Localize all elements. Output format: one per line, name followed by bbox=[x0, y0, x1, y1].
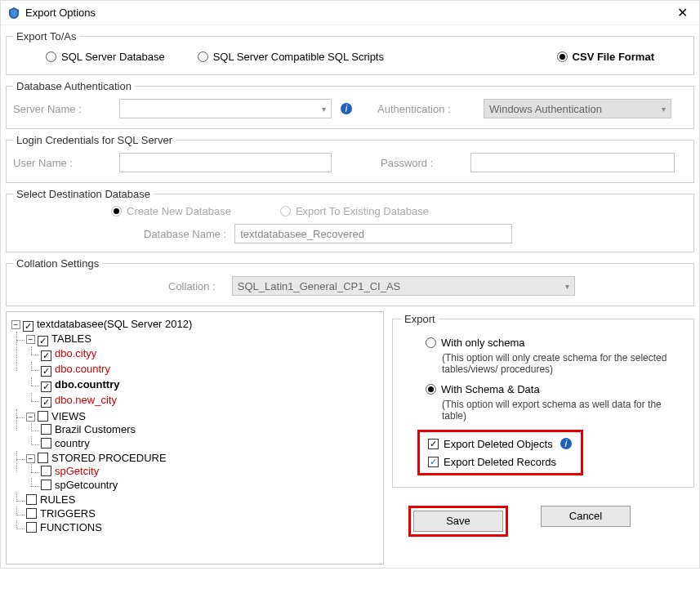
tree-checkbox[interactable] bbox=[41, 350, 51, 361]
save-button[interactable]: Save bbox=[413, 511, 503, 532]
radio-csv-format[interactable]: CSV File Format bbox=[557, 51, 654, 63]
check-export-deleted-records[interactable]: Export Deleted Records bbox=[428, 456, 556, 468]
tree-checkbox[interactable] bbox=[41, 438, 51, 448]
right-panel: Export With only schema (This option wil… bbox=[392, 311, 694, 565]
tree-table-item[interactable]: dbo.counttry bbox=[41, 377, 378, 393]
radio-schema-only[interactable]: With only schema bbox=[426, 337, 525, 349]
tree-checkbox[interactable] bbox=[41, 397, 51, 408]
schema-only-desc: (This option will only create schema for… bbox=[442, 352, 685, 375]
db-name-label: Database Name : bbox=[144, 228, 226, 240]
tree-view-item[interactable]: Brazil Customers bbox=[41, 422, 378, 436]
tree-checkbox[interactable] bbox=[38, 453, 48, 463]
export-to-group: Export To/As SQL Server Database SQL Ser… bbox=[6, 30, 694, 75]
tree-view-item[interactable]: country bbox=[41, 436, 378, 450]
collation-group: Collation Settings Collation : SQL_Latin… bbox=[6, 257, 694, 306]
dest-db-legend: Select Destination Database bbox=[13, 188, 154, 200]
info-icon[interactable]: i bbox=[560, 437, 573, 450]
tree-table-item[interactable]: dbo.new_city bbox=[41, 393, 378, 408]
server-name-label: Server Name : bbox=[13, 103, 111, 115]
window-title: Export Options bbox=[25, 7, 672, 19]
collapse-toggle[interactable]: − bbox=[11, 320, 20, 329]
tree-rules[interactable]: RULES bbox=[26, 493, 378, 507]
tree-sp-item[interactable]: spGetcountry bbox=[41, 478, 378, 492]
server-name-combo: ▾ bbox=[119, 99, 332, 118]
dest-db-group: Select Destination Database Create New D… bbox=[6, 188, 694, 252]
username-field bbox=[119, 153, 332, 172]
collapse-toggle[interactable]: − bbox=[26, 335, 35, 344]
titlebar: Export Options ✕ bbox=[1, 1, 699, 25]
export-legend: Export bbox=[401, 313, 439, 325]
button-row: Save Cancel bbox=[392, 506, 694, 537]
deleted-options-highlight: Export Deleted Objects i Export Deleted … bbox=[417, 430, 583, 475]
tree-root[interactable]: −textdatabasee(SQL Server 2012) −TABLES … bbox=[11, 317, 378, 535]
tree-checkbox[interactable] bbox=[41, 424, 51, 435]
cancel-button[interactable]: Cancel bbox=[541, 506, 631, 527]
db-name-field bbox=[234, 224, 512, 243]
radio-create-db: Create New Database bbox=[111, 205, 231, 217]
db-auth-legend: Database Authentication bbox=[13, 80, 135, 92]
info-icon[interactable]: i bbox=[340, 102, 353, 115]
dialog-body: Export To/As SQL Server Database SQL Ser… bbox=[1, 25, 699, 568]
radio-schema-data[interactable]: With Schema & Data bbox=[426, 383, 540, 395]
close-icon[interactable]: ✕ bbox=[672, 5, 693, 20]
tree-table-item[interactable]: dbo.country bbox=[41, 362, 378, 377]
password-label: Password : bbox=[381, 157, 462, 169]
radio-sql-server-db[interactable]: SQL Server Database bbox=[46, 51, 165, 63]
export-group: Export With only schema (This option wil… bbox=[392, 313, 694, 488]
tree-sp-item[interactable]: spGetcity bbox=[41, 464, 378, 478]
tree-checkbox[interactable] bbox=[26, 522, 37, 533]
app-icon bbox=[7, 7, 20, 20]
db-auth-group: Database Authentication Server Name : ▾ … bbox=[6, 80, 694, 129]
collapse-toggle[interactable]: − bbox=[26, 413, 35, 422]
check-export-deleted-objects[interactable]: Export Deleted Objects bbox=[428, 438, 553, 450]
object-tree[interactable]: −textdatabasee(SQL Server 2012) −TABLES … bbox=[6, 311, 384, 565]
collation-label: Collation : bbox=[168, 280, 216, 292]
tree-checkbox[interactable] bbox=[26, 494, 37, 505]
save-highlight: Save bbox=[408, 506, 508, 537]
radio-sql-scripts[interactable]: SQL Server Compatible SQL Scripts bbox=[198, 51, 384, 63]
tree-table-item[interactable]: dbo.cityy bbox=[41, 346, 378, 362]
tree-checkbox[interactable] bbox=[41, 366, 51, 377]
username-label: User Name : bbox=[13, 157, 111, 169]
tree-checkbox[interactable] bbox=[26, 508, 37, 519]
collapse-toggle[interactable]: − bbox=[26, 454, 35, 463]
export-options-dialog: Export Options ✕ Export To/As SQL Server… bbox=[0, 0, 700, 569]
tree-views[interactable]: −VIEWS Brazil Customers country bbox=[26, 409, 378, 451]
auth-combo: Windows Authentication▾ bbox=[484, 99, 671, 118]
collation-combo: SQL_Latin1_General_CP1_CI_AS▾ bbox=[232, 276, 575, 296]
tree-checkbox[interactable] bbox=[23, 321, 33, 332]
tree-triggers[interactable]: TRIGGERS bbox=[26, 507, 378, 520]
tree-checkbox[interactable] bbox=[41, 480, 51, 490]
collation-legend: Collation Settings bbox=[13, 257, 102, 270]
login-group: Login Credentials for SQL Server User Na… bbox=[6, 134, 694, 183]
tree-checkbox[interactable] bbox=[38, 411, 48, 422]
tree-checkbox[interactable] bbox=[38, 336, 48, 346]
export-to-legend: Export To/As bbox=[13, 30, 79, 42]
login-legend: Login Credentials for SQL Server bbox=[13, 134, 176, 146]
radio-existing-db: Export To Existing Database bbox=[280, 205, 429, 217]
tree-stored-proc[interactable]: −STORED PROCEDURE spGetcity spGetcountry bbox=[26, 451, 378, 493]
tree-checkbox[interactable] bbox=[41, 382, 51, 392]
tree-functions[interactable]: FUNCTIONS bbox=[26, 520, 378, 534]
tree-tables[interactable]: −TABLES dbo.cityy dbo.country dbo.countt… bbox=[26, 332, 378, 409]
tree-checkbox[interactable] bbox=[41, 466, 51, 476]
schema-data-desc: (This option will export schema as well … bbox=[442, 399, 685, 422]
auth-label: Authentication : bbox=[377, 103, 475, 115]
password-field bbox=[470, 153, 675, 172]
